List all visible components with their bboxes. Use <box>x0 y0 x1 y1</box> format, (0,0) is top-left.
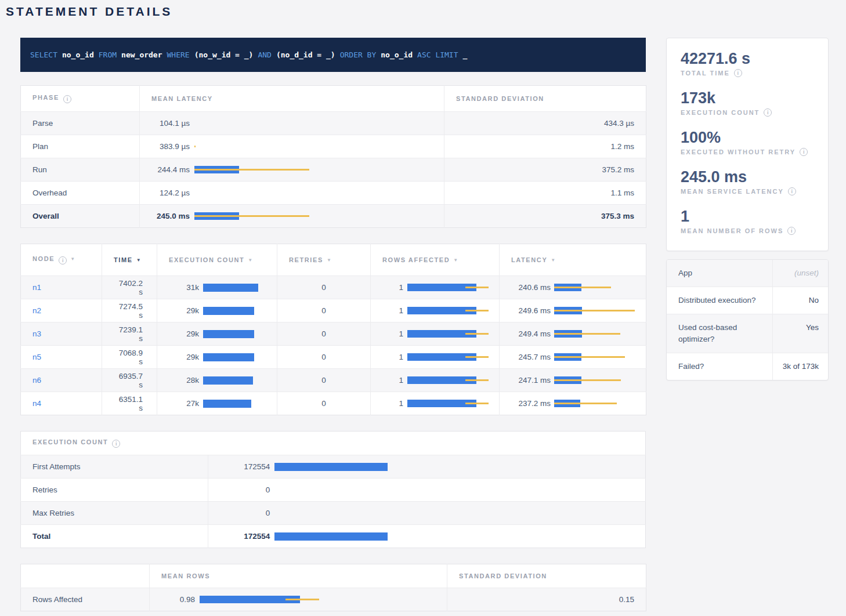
info-icon[interactable]: i <box>112 440 120 448</box>
detail-row-label: Failed? <box>667 353 772 380</box>
column-header-node[interactable]: NODEi▼ <box>21 244 102 276</box>
rows-affected-cell: 1 <box>371 299 500 323</box>
detail-row: App (unset) <box>667 260 828 287</box>
latency-bar <box>554 353 645 361</box>
phase-table: PHASEi MEAN LATENCY STANDARD DEVIATION P… <box>20 85 646 228</box>
detail-row-label: Used cost-based optimizer? <box>667 314 772 353</box>
rows-affected-bar <box>407 400 498 407</box>
node-link[interactable]: n4 <box>32 399 41 408</box>
summary-stat-value: 173k <box>681 89 814 107</box>
rows-affected-bar <box>407 330 498 338</box>
node-cell: n4 <box>21 392 102 415</box>
mean-rows-stddev-whisker <box>285 599 319 600</box>
execution-count-value: 28k <box>169 376 199 385</box>
column-header-rows-affected[interactable]: ROWS AFFECTED▼ <box>371 244 500 276</box>
latency-value: 240.6 ms <box>511 283 551 292</box>
summary-stat-label: MEAN NUMBER OF ROWS i <box>681 227 814 235</box>
execution-count-value: 29k <box>169 306 199 315</box>
info-icon[interactable]: i <box>59 256 67 264</box>
info-icon[interactable]: i <box>787 227 796 235</box>
execution-count-row-value: 172554 <box>220 462 270 471</box>
execution-count-row-bar <box>274 486 650 494</box>
execution-count-row-label: Retries <box>21 479 208 502</box>
mean-latency-value: 383.9 µs <box>151 142 190 151</box>
sort-desc-icon: ▼ <box>551 258 555 263</box>
detail-row-value: 3k of 173k <box>772 353 828 380</box>
info-icon[interactable]: i <box>800 148 808 156</box>
latency-bar <box>194 166 444 173</box>
column-header-time[interactable]: TIME▼ <box>102 244 157 276</box>
column-header-phase[interactable]: PHASEi <box>21 86 140 112</box>
latency-stddev-whisker <box>554 356 625 358</box>
phase-name: Parse <box>21 112 140 135</box>
summary-stat-label: EXECUTED WITHOUT RETRY i <box>681 148 814 156</box>
summary-card: 42271.6 s TOTAL TIME i 173k EXECUTION CO… <box>666 38 829 251</box>
column-header-standard-deviation[interactable]: STANDARD DEVIATION <box>444 86 646 112</box>
rows-affected-bar <box>407 307 498 314</box>
sort-desc-icon: ▼ <box>248 258 252 263</box>
node-table-row: n5 7068.9 s 29k 0 1 245.7 ms <box>21 346 646 369</box>
execution-count-value: 27k <box>169 399 199 408</box>
mean-latency-cell: 104.1 µs <box>140 112 444 135</box>
phase-table-row: Overall 245.0 ms 375.3 ms <box>21 205 646 228</box>
column-header-latency[interactable]: LATENCY▼ <box>500 244 646 276</box>
summary-stat: 173k EXECUTION COUNT i <box>681 89 814 117</box>
std-dev-value: 1.1 ms <box>444 182 646 205</box>
column-header-time-label: TIME <box>114 256 133 263</box>
info-icon[interactable]: i <box>788 187 796 195</box>
sql-token: WHERE <box>167 50 190 60</box>
column-header-mean-latency[interactable]: MEAN LATENCY <box>140 86 444 112</box>
details-card: App (unset) Distributed execution? No Us… <box>666 259 829 381</box>
latency-cell: 249.4 ms <box>500 323 646 346</box>
rows-affected-value: 1 <box>382 399 403 408</box>
summary-stat: 1 MEAN NUMBER OF ROWS i <box>681 208 814 235</box>
summary-stat-value: 42271.6 s <box>681 50 814 67</box>
mean-latency-cell: 124.2 µs <box>140 182 444 205</box>
column-header-retries[interactable]: RETRIES▼ <box>277 244 371 276</box>
node-cell: n2 <box>21 299 102 323</box>
node-link[interactable]: n1 <box>32 283 41 292</box>
column-header-mean-latency-label: MEAN LATENCY <box>151 95 213 102</box>
info-icon[interactable]: i <box>764 108 772 117</box>
latency-bar <box>554 307 645 314</box>
latency-value: 249.4 ms <box>511 329 551 338</box>
execution-count-value: 29k <box>169 329 199 338</box>
node-table-row: n2 7274.5 s 29k 0 1 249.6 ms <box>21 299 646 323</box>
latency-cell: 249.6 ms <box>500 299 646 323</box>
node-link[interactable]: n3 <box>32 329 41 338</box>
execution-count-bar <box>203 284 281 292</box>
node-link[interactable]: n2 <box>32 306 41 315</box>
execution-count-bar <box>203 400 281 408</box>
info-icon[interactable]: i <box>734 69 742 77</box>
sort-desc-icon: ▼ <box>136 258 141 263</box>
rows-affected-header: MEAN ROWS STANDARD DEVIATION <box>21 564 646 588</box>
retries-value: 0 <box>277 346 371 369</box>
latency-value: 247.1 ms <box>511 376 551 385</box>
latency-bar <box>554 330 645 338</box>
execution-count-title: EXECUTION COUNTi <box>21 432 646 455</box>
node-link[interactable]: n6 <box>32 376 41 385</box>
execution-count-row: First Attempts 172554 <box>21 455 646 479</box>
summary-stat: 100% EXECUTED WITHOUT RETRY i <box>681 129 814 156</box>
latency-value: 237.2 ms <box>511 399 551 408</box>
summary-stat-label-text: EXECUTED WITHOUT RETRY <box>681 148 796 155</box>
info-icon[interactable]: i <box>63 95 71 103</box>
node-cell: n6 <box>21 369 102 392</box>
execution-count-row-label: First Attempts <box>21 455 208 479</box>
std-dev-value: 1.2 ms <box>444 135 646 158</box>
latency-stddev-whisker <box>554 333 620 335</box>
rows-affected-row-label: Rows Affected <box>21 588 150 611</box>
latency-bar <box>194 212 444 220</box>
sql-token: new_order <box>121 50 162 60</box>
phase-name: Overall <box>21 205 140 228</box>
execution-count-bar-fill <box>203 400 251 408</box>
summary-stat-value: 245.0 ms <box>681 168 814 186</box>
node-link[interactable]: n5 <box>32 353 41 361</box>
execution-count-row-value: 0 <box>220 509 270 517</box>
summary-stat-label-text: TOTAL TIME <box>681 70 730 77</box>
column-header-execution-count[interactable]: EXECUTION COUNT▼ <box>157 244 277 276</box>
column-header-execution-count-label: EXECUTION COUNT <box>169 256 244 263</box>
detail-row: Distributed execution? No <box>667 287 828 314</box>
node-cell: n5 <box>21 346 102 369</box>
sql-token: (no_w_id = _) <box>194 50 254 60</box>
